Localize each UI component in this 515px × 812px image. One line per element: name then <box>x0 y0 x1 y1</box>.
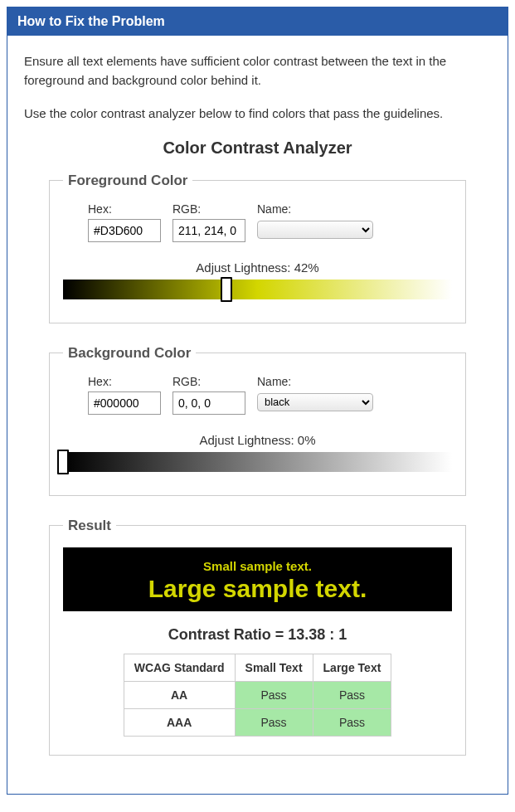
fg-rgb-col: RGB: <box>172 202 245 242</box>
results-header-row: WCAG Standard Small Text Large Text <box>124 654 391 681</box>
th-standard: WCAG Standard <box>124 654 235 681</box>
background-legend: Background Color <box>63 345 196 362</box>
cell-small: Pass <box>235 708 313 736</box>
cell-standard: AA <box>124 681 235 708</box>
sample-large-text: Large sample text. <box>63 575 452 603</box>
bg-rgb-col: RGB: <box>172 375 245 415</box>
bg-lightness-label: Adjust Lightness: 0% <box>63 433 452 447</box>
results-table: WCAG Standard Small Text Large Text AA P… <box>124 654 392 737</box>
result-legend: Result <box>63 518 116 534</box>
contrast-ratio: Contrast Ratio = 13.38 : 1 <box>63 626 452 644</box>
fg-hex-col: Hex: <box>88 202 161 242</box>
bg-slider-thumb[interactable] <box>57 450 69 474</box>
fg-hex-input[interactable] <box>88 219 161 242</box>
th-large: Large Text <box>313 654 391 681</box>
cell-large: Pass <box>313 708 391 736</box>
fg-slider-thumb[interactable] <box>221 277 232 302</box>
th-small: Small Text <box>235 654 313 681</box>
fg-slider[interactable] <box>63 280 452 304</box>
panel-body: Ensure all text elements have sufficient… <box>7 36 508 794</box>
fg-hex-label: Hex: <box>88 202 161 216</box>
fg-name-label: Name: <box>257 202 373 216</box>
fg-slider-track <box>63 280 452 299</box>
background-fields: Hex: RGB: Name: black <box>88 375 452 415</box>
bg-hex-label: Hex: <box>88 375 161 388</box>
bg-rgb-input[interactable] <box>172 391 245 415</box>
sample-small-text: Small sample text. <box>63 559 452 573</box>
fix-panel: How to Fix the Problem Ensure all text e… <box>7 7 508 795</box>
panel-title: How to Fix the Problem <box>17 14 165 28</box>
analyzer-wrap: Foreground Color Hex: RGB: Name: <box>24 173 491 756</box>
background-fieldset: Background Color Hex: RGB: Name: black <box>49 345 466 496</box>
fg-rgb-input[interactable] <box>172 219 245 242</box>
bg-hex-input[interactable] <box>88 391 161 415</box>
bg-slider-track <box>63 452 452 472</box>
sample-box: Small sample text. Large sample text. <box>63 547 452 611</box>
bg-name-select[interactable]: black <box>257 393 373 411</box>
table-row: AAA Pass Pass <box>124 708 391 736</box>
analyzer-title: Color Contrast Analyzer <box>24 139 491 158</box>
fg-lightness-label: Adjust Lightness: 42% <box>63 260 452 275</box>
result-fieldset: Result Small sample text. Large sample t… <box>49 518 466 756</box>
bg-slider[interactable] <box>63 452 452 477</box>
intro-p2: Use the color contrast analyzer below to… <box>24 105 491 124</box>
foreground-legend: Foreground Color <box>63 173 192 189</box>
panel-header: How to Fix the Problem <box>7 7 508 36</box>
bg-name-col: Name: black <box>257 375 373 415</box>
bg-name-label: Name: <box>257 375 373 388</box>
cell-small: Pass <box>235 681 313 708</box>
fg-name-col: Name: <box>257 202 373 242</box>
intro-p1: Ensure all text elements have sufficient… <box>24 52 491 90</box>
bg-rgb-label: RGB: <box>172 375 245 388</box>
cell-large: Pass <box>313 681 391 708</box>
fg-rgb-label: RGB: <box>172 202 245 216</box>
cell-standard: AAA <box>124 708 235 736</box>
fg-name-select[interactable] <box>257 221 373 239</box>
table-row: AA Pass Pass <box>124 681 391 708</box>
foreground-fieldset: Foreground Color Hex: RGB: Name: <box>49 173 466 323</box>
foreground-fields: Hex: RGB: Name: <box>88 202 452 242</box>
bg-hex-col: Hex: <box>88 375 161 415</box>
